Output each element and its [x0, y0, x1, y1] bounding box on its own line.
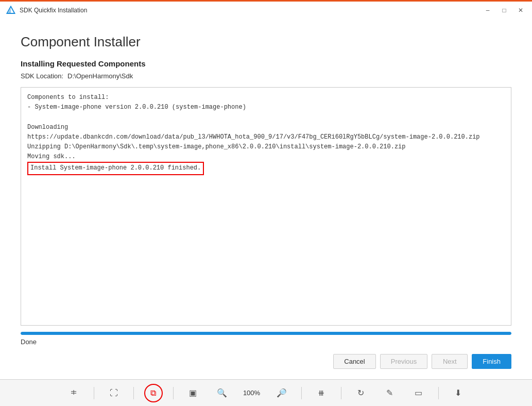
log-line: Downloading — [27, 123, 505, 132]
title-bar-left: SDK Quickfix Installation — [6, 6, 87, 15]
edit-icon: ✎ — [386, 388, 393, 398]
log-line: Components to install: — [27, 93, 505, 103]
separator-5 — [341, 387, 341, 399]
separator-2 — [133, 387, 134, 399]
zoom-out-icon: 🔍 — [217, 388, 227, 398]
cancel-button[interactable]: Cancel — [333, 354, 375, 369]
fit-screen-icon: ⧻ — [318, 388, 324, 398]
zoom-level: 100% — [242, 389, 262, 397]
zoom-in-button[interactable]: 🔎 — [272, 384, 291, 402]
previous-button[interactable]: Previous — [380, 354, 428, 369]
frame-select-icon: ▣ — [189, 388, 197, 398]
log-line: - System-image-phone version 2.0.0.210 (… — [27, 103, 505, 112]
page-title: Component Installer — [21, 34, 511, 50]
zoom-out-button[interactable]: 🔍 — [213, 384, 231, 402]
log-line: Install System-image-phone 2.0.0.210 fin… — [27, 162, 204, 175]
crop-select-button[interactable]: ⛶ — [105, 384, 123, 402]
finish-button[interactable]: Finish — [472, 354, 511, 369]
grid-view-button[interactable]: ⧧ — [65, 384, 83, 402]
component-tool-icon: ⧉ — [150, 388, 156, 398]
bottom-toolbar: ⧧ ⛶ ⧉ ▣ 🔍 100% 🔎 ⧻ ↻ ✎ ▭ ⬇ — [0, 379, 532, 406]
log-line — [27, 112, 505, 122]
separator-1 — [94, 387, 94, 399]
app-logo-icon — [6, 6, 15, 15]
log-output-area: Components to install:- System-image-pho… — [21, 87, 511, 326]
maximize-button[interactable]: □ — [497, 5, 511, 16]
separator-6 — [438, 387, 439, 399]
next-button[interactable]: Next — [432, 354, 468, 369]
component-tool-button[interactable]: ⧉ — [144, 384, 163, 402]
sdk-location-row: SDK Location: D:\OpenHarmony\Sdk — [21, 72, 511, 80]
rotate-button[interactable]: ↻ — [352, 384, 370, 402]
download-button[interactable]: ⬇ — [449, 384, 468, 402]
progress-bar-container — [21, 332, 511, 335]
window-body: Component Installer Installing Requested… — [0, 19, 532, 379]
progress-status: Done — [21, 338, 511, 346]
download-icon: ⬇ — [455, 388, 461, 398]
window-title: SDK Quickfix Installation — [20, 7, 87, 14]
rotate-icon: ↻ — [357, 388, 364, 398]
button-row: Cancel Previous Next Finish — [21, 354, 511, 369]
progress-section: Done — [21, 332, 511, 346]
grid-view-icon: ⧧ — [70, 387, 79, 398]
fit-screen-button[interactable]: ⧻ — [312, 384, 331, 402]
frame-select-button[interactable]: ▣ — [184, 384, 202, 402]
window-controls: – □ ✕ — [480, 5, 528, 16]
zoom-in-icon: 🔎 — [277, 388, 287, 398]
sdk-location-value: D:\OpenHarmony\Sdk — [67, 72, 133, 80]
title-bar: SDK Quickfix Installation – □ ✕ — [0, 0, 532, 19]
separator-4 — [301, 387, 302, 399]
crop-icon: ▭ — [415, 388, 422, 398]
section-title: Installing Requested Components — [21, 59, 511, 68]
separator-3 — [173, 387, 174, 399]
crop-button[interactable]: ▭ — [409, 384, 428, 402]
minimize-button[interactable]: – — [480, 5, 495, 16]
log-line: Unzipping D:\OpenHarmony\Sdk\.temp\syste… — [27, 142, 505, 152]
edit-button[interactable]: ✎ — [381, 384, 399, 402]
log-line: Moving sdk... — [27, 152, 505, 162]
log-line: https://update.dbankcdn.com/download/dat… — [27, 132, 505, 142]
progress-bar-fill — [21, 332, 511, 335]
sdk-location-label: SDK Location: — [21, 72, 63, 80]
close-button[interactable]: ✕ — [513, 5, 528, 16]
crop-select-icon: ⛶ — [110, 388, 118, 398]
